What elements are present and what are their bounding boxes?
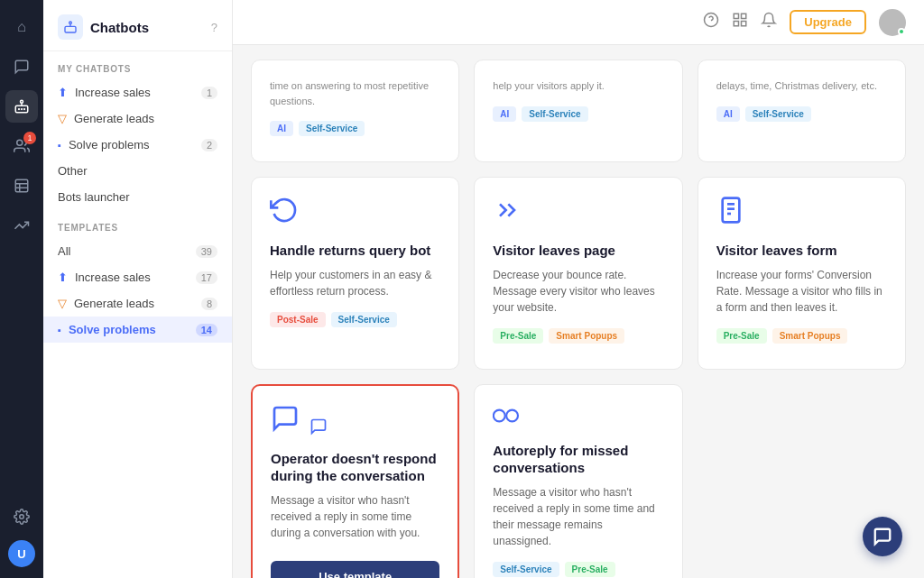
card-tags: AI Self-Service bbox=[716, 106, 887, 122]
help-icon[interactable]: ? bbox=[211, 21, 217, 34]
nav-item-count: 17 bbox=[196, 271, 217, 284]
nav-panel-title: Chatbots bbox=[90, 20, 149, 35]
svg-rect-18 bbox=[742, 14, 746, 18]
tag-self-service: Self-Service bbox=[331, 312, 397, 327]
card-autoreply[interactable]: Autoreply for missed conversations Messa… bbox=[474, 384, 682, 579]
nav-item-label: Generate leads bbox=[74, 112, 154, 125]
card-visitor-leaves-page[interactable]: Visitor leaves page Decrease your bounce… bbox=[474, 177, 682, 370]
card-desc: Increase your forms' Conversion Rate. Me… bbox=[716, 267, 887, 316]
cards-area: time on answering to most repetitive que… bbox=[233, 45, 924, 578]
visitor-leaves-form-icon bbox=[716, 196, 887, 231]
nav-item-label: Increase sales bbox=[75, 86, 151, 99]
tag-post-sale: Post-Sale bbox=[270, 312, 326, 327]
nav-item-label: Solve problems bbox=[69, 323, 156, 336]
nav-item-count: 2 bbox=[201, 139, 217, 151]
chatbot-icon bbox=[58, 14, 83, 40]
card-partial-2[interactable]: help your visitors apply it. AI Self-Ser… bbox=[474, 60, 682, 162]
nav-item-label: Generate leads bbox=[74, 297, 154, 310]
bot-icon[interactable] bbox=[5, 90, 38, 123]
svg-point-25 bbox=[494, 409, 505, 421]
nav-item-label: Bots launcher bbox=[58, 190, 130, 204]
use-template-button[interactable]: Use template bbox=[271, 561, 439, 579]
tag-pre-sale: Pre-Sale bbox=[565, 562, 615, 577]
grid-icon[interactable] bbox=[732, 12, 748, 32]
main-content: Upgrade time on answering to most repeti… bbox=[233, 0, 924, 578]
tag-self-service: Self-Service bbox=[493, 562, 559, 577]
returns-icon bbox=[270, 196, 440, 231]
card-partial-text: help your visitors apply it. bbox=[493, 78, 663, 94]
upgrade-button[interactable]: Upgrade bbox=[790, 10, 866, 34]
card-operator-no-respond[interactable]: Operator doesn't respond during the conv… bbox=[251, 384, 459, 579]
settings-icon[interactable] bbox=[5, 500, 38, 533]
online-indicator bbox=[898, 28, 905, 35]
icon-sidebar: ⌂ 1 U bbox=[0, 0, 43, 578]
nav-item-count: 8 bbox=[201, 298, 217, 310]
nav-panel-header: Chatbots ? bbox=[43, 0, 232, 51]
tag-self-service: Self-Service bbox=[522, 106, 587, 122]
tag-self-service: Self-Service bbox=[745, 106, 811, 122]
card-desc: Message a visitor who hasn't received a … bbox=[493, 484, 663, 549]
generate-leads-icon: ▽ bbox=[58, 112, 67, 125]
nav-item-label: Increase sales bbox=[75, 271, 151, 284]
svg-rect-12 bbox=[65, 26, 76, 32]
card-title: Handle returns query bot bbox=[270, 242, 440, 260]
card-title: Visitor leaves page bbox=[493, 242, 663, 260]
card-visitor-leaves-form[interactable]: Visitor leaves form Increase your forms'… bbox=[698, 177, 906, 370]
nav-item-count: 14 bbox=[196, 324, 217, 336]
card-tags: Pre-Sale Smart Popups bbox=[493, 328, 663, 344]
trends-icon[interactable] bbox=[5, 209, 38, 242]
nav-item-generate-leads[interactable]: ▽ Generate leads bbox=[43, 106, 232, 132]
nav-item-label: Solve problems bbox=[69, 138, 150, 151]
card-desc: Help your customers in an easy & effortl… bbox=[270, 267, 440, 299]
card-handle-returns[interactable]: Handle returns query bot Help your custo… bbox=[251, 177, 459, 370]
increase-sales-icon: ⬆ bbox=[58, 271, 68, 284]
chat-icon[interactable] bbox=[5, 50, 38, 83]
card-partial-1[interactable]: time on answering to most repetitive que… bbox=[251, 60, 459, 162]
generate-leads-icon: ▽ bbox=[58, 297, 67, 310]
contacts-icon[interactable]: 1 bbox=[5, 130, 38, 162]
help-circle-icon[interactable] bbox=[703, 12, 719, 32]
tag-pre-sale: Pre-Sale bbox=[493, 328, 543, 344]
nav-item-increase-sales[interactable]: ⬆ Increase sales 1 bbox=[43, 79, 232, 106]
tag-smart-popups: Smart Popups bbox=[772, 328, 848, 344]
svg-point-13 bbox=[69, 22, 72, 24]
chat-fab[interactable] bbox=[863, 517, 902, 556]
tag-ai: AI bbox=[493, 106, 516, 122]
nav-panel: Chatbots ? MY CHATBOTS ⬆ Increase sales … bbox=[43, 0, 233, 578]
nav-item-bots-launcher[interactable]: Bots launcher bbox=[43, 184, 232, 210]
autoreply-icon bbox=[493, 403, 663, 431]
cards-grid: time on answering to most repetitive que… bbox=[251, 60, 906, 578]
card-partial-text: time on answering to most repetitive que… bbox=[270, 78, 440, 108]
card-title: Operator doesn't respond during the conv… bbox=[271, 450, 439, 485]
templates-label: TEMPLATES bbox=[43, 210, 232, 238]
card-title: Autoreply for missed conversations bbox=[493, 442, 663, 477]
card-tags: AI Self-Service bbox=[493, 106, 663, 122]
tag-ai: AI bbox=[270, 121, 293, 136]
tag-self-service: Self-Service bbox=[299, 121, 365, 136]
home-icon[interactable]: ⌂ bbox=[5, 11, 38, 43]
tag-ai: AI bbox=[716, 106, 740, 122]
user-avatar[interactable] bbox=[879, 9, 906, 36]
solve-problems-icon: ▪ bbox=[58, 325, 61, 335]
nav-template-generate-leads[interactable]: ▽ Generate leads 8 bbox=[43, 290, 232, 317]
tag-smart-popups: Smart Popups bbox=[549, 328, 624, 344]
reports-icon[interactable] bbox=[5, 170, 38, 202]
nav-item-solve-problems[interactable]: ▪ Solve problems 2 bbox=[43, 132, 232, 158]
top-bar: Upgrade bbox=[233, 0, 924, 45]
card-tags: Self-Service Pre-Sale bbox=[493, 562, 663, 577]
tag-pre-sale: Pre-Sale bbox=[716, 328, 767, 344]
nav-template-solve-problems[interactable]: ▪ Solve problems 14 bbox=[43, 317, 232, 343]
card-partial-text: delays, time, Christmas delivery, etc. bbox=[716, 78, 887, 94]
svg-point-26 bbox=[506, 409, 518, 421]
bell-icon[interactable] bbox=[761, 12, 777, 32]
nav-template-increase-sales[interactable]: ⬆ Increase sales 17 bbox=[43, 264, 232, 290]
nav-item-count: 1 bbox=[201, 87, 217, 99]
svg-point-6 bbox=[17, 140, 23, 145]
nav-item-other[interactable]: Other bbox=[43, 158, 232, 184]
nav-template-all[interactable]: All 39 bbox=[43, 238, 232, 264]
nav-item-count: 39 bbox=[196, 245, 217, 258]
card-title: Visitor leaves form bbox=[716, 242, 887, 260]
user-avatar-bottom[interactable]: U bbox=[8, 540, 35, 567]
operator-icon bbox=[271, 404, 439, 439]
card-partial-3[interactable]: delays, time, Christmas delivery, etc. A… bbox=[698, 60, 906, 162]
